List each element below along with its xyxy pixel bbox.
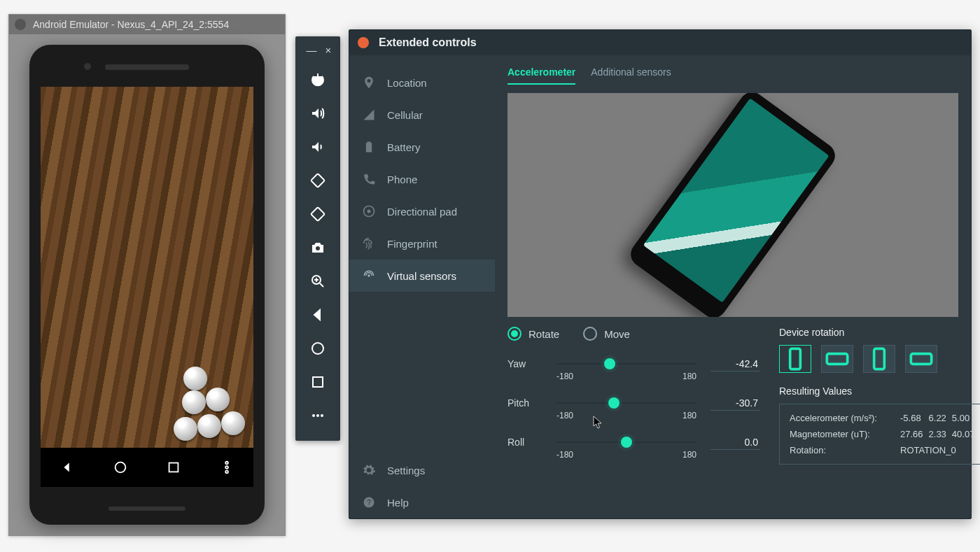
phone-icon <box>362 172 376 186</box>
sensor-tabs: Accelerometer Additional sensors <box>507 66 958 85</box>
pitch-label: Pitch <box>507 397 550 409</box>
sidebar-item-label: Directional pad <box>387 206 457 218</box>
roll-label: Roll <box>507 437 550 448</box>
sidebar-item-phone[interactable]: Phone <box>349 163 495 195</box>
accel-label: Accelerometer (m/s²): <box>790 413 895 423</box>
pitch-value[interactable]: -30.7 <box>710 396 760 411</box>
zoom-button[interactable] <box>301 264 335 298</box>
location-icon <box>362 76 376 90</box>
resulting-values-heading: Resulting Values <box>779 385 980 397</box>
volume-down-button[interactable] <box>301 130 335 164</box>
svg-point-7 <box>316 246 320 250</box>
sidebar-item-help[interactable]: ? Help <box>349 486 495 518</box>
ball-icon <box>197 414 221 438</box>
panel-titlebar[interactable]: Extended controls <box>349 30 971 55</box>
ball-icon <box>174 417 197 441</box>
svg-point-13 <box>321 414 323 417</box>
sidebar-item-battery[interactable]: Battery <box>349 131 495 163</box>
ball-icon <box>182 390 206 414</box>
sidebar-item-label: Phone <box>387 174 417 185</box>
emulator-body <box>9 34 285 535</box>
yaw-value[interactable]: -42.4 <box>710 357 760 371</box>
front-camera-icon <box>84 63 91 70</box>
panel-sidebar: Location Cellular Battery Phone Directio… <box>349 55 495 518</box>
device-rotation-buttons <box>779 345 980 373</box>
svg-rect-20 <box>827 354 847 365</box>
yaw-slider[interactable] <box>556 355 696 373</box>
help-icon: ? <box>362 495 376 509</box>
sidebar-item-label: Fingerprint <box>387 238 438 250</box>
rotate-right-button[interactable] <box>301 197 335 231</box>
pitch-max: 180 <box>682 411 696 420</box>
pitch-min: -180 <box>556 411 573 420</box>
svg-rect-5 <box>311 174 325 187</box>
svg-point-2 <box>225 462 228 465</box>
sidebar-item-label: Virtual sensors <box>387 270 456 282</box>
nav-overview-button[interactable] <box>163 457 184 478</box>
tab-additional-sensors[interactable]: Additional sensors <box>591 66 671 85</box>
rotation-landscape-button[interactable] <box>821 345 853 373</box>
svg-rect-6 <box>311 207 325 221</box>
nav-back-button[interactable] <box>57 457 78 478</box>
overview-button[interactable] <box>301 365 335 399</box>
app-surface[interactable] <box>41 87 253 448</box>
sidebar-item-label: Location <box>387 77 427 89</box>
roll-slider[interactable] <box>556 433 696 451</box>
power-button[interactable] <box>301 63 335 97</box>
sidebar-item-cellular[interactable]: Cellular <box>349 99 495 131</box>
home-button[interactable] <box>301 332 335 365</box>
mode-move-radio[interactable]: Move <box>583 327 630 341</box>
toolbar-close-button[interactable]: × <box>322 43 335 56</box>
cellular-icon <box>362 108 376 122</box>
emulator-titlebar[interactable]: Android Emulator - Nexus_4_API_24_2:5554 <box>9 15 285 34</box>
mag-y: 2.33 <box>929 429 946 439</box>
sidebar-item-location[interactable]: Location <box>349 66 495 99</box>
radio-label: Rotate <box>528 328 559 340</box>
roll-max: 180 <box>682 450 696 460</box>
nav-home-button[interactable] <box>110 457 131 478</box>
yaw-min: -180 <box>556 371 573 381</box>
svg-rect-22 <box>911 354 931 365</box>
back-button[interactable] <box>301 298 335 332</box>
sidebar-item-virtual-sensors[interactable]: Virtual sensors <box>349 260 495 292</box>
sidebar-item-settings[interactable]: Settings <box>349 454 495 486</box>
yaw-label: Yaw <box>507 358 550 369</box>
toolbar-minimize-button[interactable]: — <box>305 43 318 56</box>
rotation-reverse-portrait-button[interactable] <box>863 345 895 373</box>
roll-min: -180 <box>556 450 573 460</box>
sidebar-item-dpad[interactable]: Directional pad <box>349 195 495 227</box>
more-button[interactable] <box>301 399 335 432</box>
pitch-slider[interactable] <box>556 394 696 412</box>
device-3d-preview[interactable] <box>507 93 958 317</box>
emulator-toolbar: — × <box>295 36 340 441</box>
accel-y: 6.22 <box>929 413 946 423</box>
sidebar-item-label: Settings <box>387 465 425 476</box>
svg-rect-10 <box>313 377 323 387</box>
roll-value[interactable]: 0.0 <box>710 435 760 450</box>
svg-rect-19 <box>790 348 801 369</box>
sidebar-item-fingerprint[interactable]: Fingerprint <box>349 227 495 260</box>
rotation-reverse-landscape-button[interactable] <box>905 345 937 373</box>
nav-menu-button[interactable] <box>216 457 237 478</box>
sidebar-item-label: Help <box>387 497 409 509</box>
accel-x: -5.68 <box>900 413 923 423</box>
sidebar-item-label: Cellular <box>387 109 423 121</box>
dpad-icon <box>362 204 376 218</box>
ball-icon <box>221 411 245 435</box>
device-screen[interactable] <box>41 87 253 487</box>
panel-close-button[interactable] <box>358 37 369 48</box>
volume-up-button[interactable] <box>301 97 335 130</box>
svg-text:?: ? <box>367 498 371 507</box>
svg-point-11 <box>312 414 315 417</box>
mode-rotate-radio[interactable]: Rotate <box>507 327 559 341</box>
emulator-window: Android Emulator - Nexus_4_API_24_2:5554 <box>8 14 286 536</box>
mag-z: 40.07 <box>952 429 975 439</box>
rotate-left-button[interactable] <box>301 164 335 197</box>
svg-point-9 <box>312 343 323 354</box>
svg-point-0 <box>115 462 126 473</box>
emulator-app-icon <box>15 19 26 30</box>
screenshot-button[interactable] <box>301 231 335 264</box>
sidebar-item-label: Battery <box>387 141 421 153</box>
tab-accelerometer[interactable]: Accelerometer <box>507 66 575 85</box>
rotation-portrait-button[interactable] <box>779 345 811 373</box>
